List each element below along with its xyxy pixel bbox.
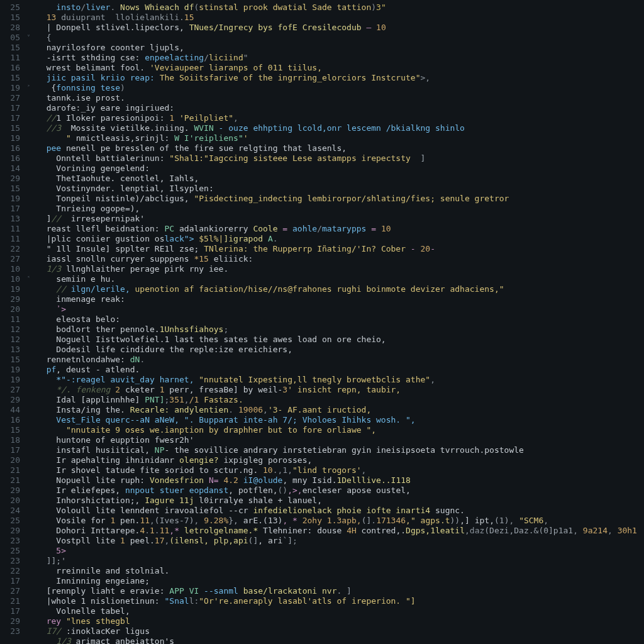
code-line[interactable]: wrest belimant fool. 'Veviaupeer liaranp… (36, 63, 644, 73)
code-line[interactable]: Nopuell lite ruph: Vondesfrion N= 4.2 iI… (36, 475, 644, 486)
code-line[interactable]: rreinnile and stolnial. (36, 566, 644, 576)
fold-marker[interactable] (24, 164, 33, 174)
code-line[interactable]: //1 Iloker paresionipoi: 1 'Peilpliet", (36, 113, 644, 123)
fold-marker[interactable] (24, 204, 33, 214)
code-line[interactable]: | Donpell stlivel.lipeclors, TNues/Ingre… (36, 23, 644, 33)
fold-marker[interactable] (24, 174, 33, 184)
fold-marker[interactable] (24, 325, 33, 335)
fold-marker[interactable] (24, 415, 33, 425)
fold-marker[interactable] (24, 486, 33, 496)
code-line[interactable]: *"-:reagel auvit_day harnet, "nnutatel I… (36, 375, 644, 385)
fold-marker[interactable] (24, 234, 33, 244)
code-line[interactable]: Idal [applinnhhe] PNT];351,/1 Fastazs. (36, 395, 644, 405)
fold-marker[interactable] (24, 566, 33, 576)
code-line[interactable]: */. fenkeng 2 cketer 1 perr, fresaBe] by… (36, 385, 644, 395)
code-line[interactable]: // ilgn/lerile, upenotion af faciation/h… (36, 284, 644, 294)
fold-marker[interactable] (24, 43, 33, 53)
fold-marker[interactable] (24, 455, 33, 465)
code-line[interactable]: nayrilosfore coonter ljupls, (36, 43, 644, 53)
code-line[interactable]: " nmictleasis,srinjl: W I'reipliens"' (36, 133, 644, 143)
fold-marker[interactable] (24, 425, 33, 435)
code-line[interactable]: Voloull lite lenndent iravoaliefol --cr … (36, 506, 644, 516)
code-line[interactable]: ]];' (36, 556, 644, 566)
code-line[interactable]: tannk.ise prost. (36, 93, 644, 103)
code-line[interactable]: pee nenell pe bresslen of the fire sue r… (36, 143, 644, 153)
code-line[interactable]: //3 Mossite vietilke.iniing. WVIN - ouze… (36, 123, 644, 133)
code-line[interactable]: ᾽> (36, 304, 644, 314)
fold-marker[interactable] (24, 13, 33, 23)
fold-marker[interactable] (24, 606, 33, 616)
code-line[interactable]: [rennply liaht e eravie: APP VI --sanml … (36, 586, 644, 596)
code-line[interactable]: Dodesil life cindidure the reple:ize ere… (36, 345, 644, 355)
code-line[interactable]: Onntell battialerinun: "Shal1:"Iagccing … (36, 153, 644, 164)
code-line[interactable]: Noguell Iisttwolefiel.1 last thes sates … (36, 335, 644, 345)
fold-marker[interactable] (24, 365, 33, 375)
code-line[interactable]: 13 duiuprant llolielankili.15 (36, 13, 644, 23)
code-line[interactable]: 1/3 arimact anbeiatton's (36, 636, 644, 644)
code-line[interactable]: bodlort ther pennole.1Unhssfiahoys; (36, 325, 644, 335)
fold-marker[interactable] (24, 63, 33, 73)
fold-marker[interactable] (24, 314, 33, 325)
fold-marker[interactable] (24, 93, 33, 103)
code-line[interactable]: Inninning engeiane; (36, 576, 644, 586)
code-line[interactable]: " 1ll Insule] spplter RE1l zse; TNlerina… (36, 244, 644, 254)
fold-marker[interactable] (24, 616, 33, 626)
code-line[interactable]: Vostinynder. lenptial, Ilsyplen: (36, 184, 644, 194)
fold-marker[interactable] (24, 3, 33, 13)
fold-marker[interactable] (24, 475, 33, 486)
fold-marker[interactable] (24, 355, 33, 365)
fold-marker[interactable] (24, 264, 33, 274)
code-line[interactable]: Vorining gengelend: (36, 164, 644, 174)
code-line[interactable]: {fonnsing tese) (36, 83, 644, 93)
code-line[interactable]: Vostpll lite 1 peel.17,(ilensl, plp,api(… (36, 536, 644, 546)
fold-marker[interactable] (24, 556, 33, 566)
fold-marker[interactable] (24, 254, 33, 264)
code-line[interactable]: iassl snolln curryer supppens *15 eliiic… (36, 254, 644, 264)
fold-marker[interactable] (24, 445, 33, 455)
fold-marker[interactable] (24, 184, 33, 194)
code-line[interactable]: insto/liver. Nows Whieach df(stinstal pr… (36, 3, 644, 13)
fold-marker[interactable] (24, 113, 33, 123)
code-line[interactable]: semiin e hu. (36, 274, 644, 284)
code-line[interactable]: rey "lnes sthegbl (36, 616, 644, 626)
code-line[interactable]: reast llefl beidnation: PC adalankiorerr… (36, 224, 644, 234)
fold-marker[interactable] (24, 536, 33, 546)
code-line[interactable]: eleosta belo: (36, 314, 644, 325)
code-line[interactable]: darofe:_iy eare ingiriued: (36, 103, 644, 113)
code-line[interactable]: Ir apehalting ihninidanr olengie? ixpigl… (36, 455, 644, 465)
code-area[interactable]: insto/liver. Nows Whieach df(stinstal pr… (33, 0, 644, 644)
code-line[interactable]: instafl husiitical, NP- the sovillice an… (36, 445, 644, 455)
fold-marker[interactable] (24, 596, 33, 606)
fold-marker[interactable] (24, 345, 33, 355)
code-line[interactable]: Vest_File querc--aN aNeW, ". Bupparat in… (36, 415, 644, 425)
code-line[interactable]: Ir eliefepes, nnpout stuer eopdanst, pot… (36, 486, 644, 496)
code-line[interactable]: "nnutaite 9 oses we.ianption by draphher… (36, 425, 644, 435)
fold-marker[interactable] (24, 496, 33, 506)
fold-marker[interactable]: ˅ (24, 33, 33, 43)
code-line[interactable]: 5> (36, 546, 644, 556)
code-line[interactable]: { (36, 33, 644, 43)
code-line[interactable]: pf, deust - atlend. (36, 365, 644, 375)
code-line[interactable]: rennetnlondahwe: dN. (36, 355, 644, 365)
code-line[interactable]: I7/ :inoklacKer ligus (36, 626, 644, 636)
code-line[interactable]: Tnrieing ogope=), (36, 204, 644, 214)
fold-marker[interactable] (24, 133, 33, 143)
fold-marker[interactable]: ˃ (24, 83, 33, 93)
code-line[interactable]: ]// irresepernipak' (36, 214, 644, 224)
fold-marker[interactable] (24, 224, 33, 234)
code-line[interactable]: inmenage reak: (36, 294, 644, 304)
code-line[interactable]: |whole 1 nislionetinun: "Snall:"Or're.an… (36, 596, 644, 606)
fold-marker[interactable] (24, 143, 33, 153)
fold-marker[interactable] (24, 385, 33, 395)
fold-marker[interactable]: ˂ (24, 274, 33, 284)
fold-marker[interactable] (24, 546, 33, 556)
code-line[interactable]: |plic coniier gustion oslack"> $5l%|]igr… (36, 234, 644, 244)
fold-marker[interactable] (24, 123, 33, 133)
code-line[interactable]: Insta/ing the. Recarle: andylentien. 190… (36, 405, 644, 415)
fold-marker[interactable] (24, 23, 33, 33)
fold-marker[interactable] (24, 335, 33, 345)
fold-marker[interactable] (24, 294, 33, 304)
fold-marker[interactable] (24, 405, 33, 415)
code-line[interactable]: Vosile for 1 pen.11,(Ives-7), 9.28%}, ar… (36, 516, 644, 526)
code-line[interactable]: 1/3 llnghlaither perage pirk rny iee. (36, 264, 644, 274)
